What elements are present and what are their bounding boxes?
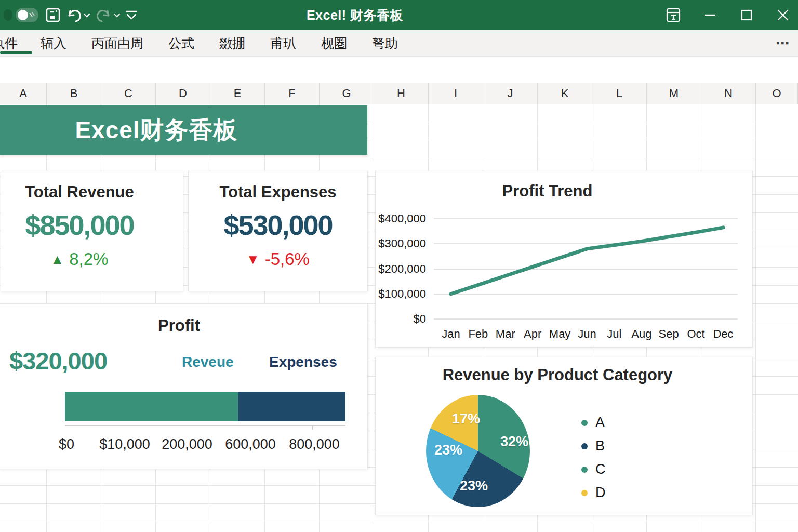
column-header-M[interactable]: M (647, 83, 701, 104)
column-header-A[interactable]: A (0, 83, 47, 104)
column-headers: ABCDEFGHIJKLMNO (0, 83, 798, 105)
legend-label: C (595, 461, 606, 477)
shield-icon (2, 0, 14, 30)
profit-legend-reveue: Reveue (182, 354, 234, 370)
revenue-change: ▲8,2% (1, 249, 158, 269)
up-triangle-icon: ▲ (51, 251, 64, 267)
ribbon-tab-2[interactable]: 辐入 (28, 35, 79, 52)
profit-value: $320,000 (9, 347, 107, 375)
profit-bar-segment-reveue (65, 392, 238, 421)
legend-label: B (595, 438, 605, 454)
undo-icon[interactable] (65, 0, 83, 30)
filter-icon[interactable] (124, 0, 139, 30)
dashboard-banner: Excel财务香板 (0, 105, 367, 155)
ribbon-tab-4[interactable]: 公式 (156, 35, 207, 52)
legend-dot-icon (581, 467, 588, 473)
profit-legend-expenses: Expenses (269, 354, 337, 370)
ribbon-more-button[interactable]: ⋯ (772, 30, 793, 56)
ribbon-tab-5[interactable]: 敪掤 (207, 35, 258, 52)
column-header-J[interactable]: J (483, 83, 538, 104)
minimize-icon[interactable] (701, 0, 719, 30)
save-icon[interactable] (44, 0, 62, 30)
total-expenses-card: Total Expenses $530,000 ▼-5,6% (189, 171, 367, 291)
column-header-I[interactable]: I (429, 83, 483, 104)
pie-slice-label-C: 23% (434, 442, 462, 458)
column-header-H[interactable]: H (374, 83, 429, 104)
ribbon-tab-strip: 执件辐入丙面甴周公式敪掤甫玐枧圏弩助 (0, 30, 798, 57)
profit-card-title: Profit (0, 316, 367, 335)
column-header-N[interactable]: N (701, 83, 756, 104)
close-icon[interactable] (774, 0, 792, 30)
assistant-icon[interactable] (15, 0, 39, 30)
title-bar: Excel! 财务香板 (0, 0, 798, 30)
profit-axis-label: 200,000 (162, 436, 212, 453)
pie-slice-label-B: 23% (460, 478, 488, 494)
profit-axis-line (65, 425, 345, 426)
dashboard-banner-title: Excel财务香板 (75, 114, 237, 147)
profit-axis-label: 600,000 (225, 436, 276, 453)
formula-bar: fx ▾ (0, 56, 798, 85)
profit-axis-tick (312, 425, 313, 430)
expenses-change: ▼-5,6% (189, 249, 367, 269)
column-header-G[interactable]: G (320, 83, 374, 104)
profit-axis-label: $0 (59, 436, 74, 453)
pie-slice-label-D: 17% (452, 411, 480, 427)
trend-line (451, 228, 723, 294)
pie-legend-item-C: C (581, 458, 606, 481)
ribbon-tabs: 执件辐入丙面甴周公式敪掤甫玐枧圏弩助 (0, 30, 798, 56)
pie-legend: ABCD (581, 411, 606, 504)
column-header-K[interactable]: K (538, 83, 592, 104)
pie-chart-title: Revenue by Product Category (376, 366, 752, 384)
expenses-value: $530,000 (189, 209, 367, 241)
profit-axis-label: $10,000 (99, 436, 150, 453)
profit-trend-chart: Profit Trend $400,000$300,000$200,000$10… (376, 171, 752, 347)
column-header-O[interactable]: O (756, 83, 798, 104)
total-revenue-card: Total Revenue $850,000 ▲8,2% (1, 171, 183, 291)
redo-icon[interactable] (95, 0, 112, 30)
profit-stacked-bar (65, 392, 345, 421)
ribbon-tab-1[interactable]: 执件 (0, 35, 28, 52)
down-triangle-icon: ▼ (246, 251, 260, 267)
pie-legend-item-D: D (581, 481, 606, 504)
profit-bar-segment-expenses (238, 392, 345, 421)
legend-dot-icon (581, 420, 588, 426)
pie-slice-label-A: 32% (500, 434, 528, 450)
column-header-B[interactable]: B (47, 83, 101, 104)
excel-window: Excel! 财务香板 (0, 0, 798, 532)
column-header-F[interactable]: F (265, 83, 320, 104)
trend-line-svg (376, 171, 752, 347)
column-header-E[interactable]: E (210, 83, 265, 104)
revenue-by-category-chart: Revenue by Product Category 32%23%23%17%… (376, 357, 752, 515)
profit-axis-label: 800,000 (289, 436, 340, 453)
legend-dot-icon (581, 443, 588, 449)
ribbon-tab-3[interactable]: 丙面甴周 (79, 35, 156, 52)
legend-label: A (595, 415, 605, 431)
ribbon-tab-7[interactable]: 枧圏 (309, 35, 360, 52)
legend-dot-icon (581, 490, 588, 496)
active-tab-underline (0, 51, 32, 54)
undo-dropdown-chevron-icon[interactable] (82, 0, 91, 30)
column-header-L[interactable]: L (592, 83, 647, 104)
column-header-C[interactable]: C (101, 83, 156, 104)
column-header-D[interactable]: D (156, 83, 210, 104)
redo-dropdown-chevron-icon[interactable] (112, 0, 122, 30)
profit-card: Profit $320,000 ReveueExpenses $0$10,000… (0, 304, 367, 469)
ribbon-tab-6[interactable]: 甫玐 (258, 35, 309, 52)
expenses-card-title: Total Expenses (189, 183, 367, 202)
revenue-value: $850,000 (1, 209, 158, 241)
ribbon-display-options-icon[interactable] (664, 0, 683, 30)
legend-label: D (595, 485, 606, 501)
pie-legend-item-B: B (581, 434, 606, 458)
ribbon-tab-8[interactable]: 弩助 (360, 35, 410, 52)
maximize-icon[interactable] (738, 0, 755, 30)
revenue-card-title: Total Revenue (1, 183, 158, 202)
pie-legend-item-A: A (581, 411, 606, 434)
